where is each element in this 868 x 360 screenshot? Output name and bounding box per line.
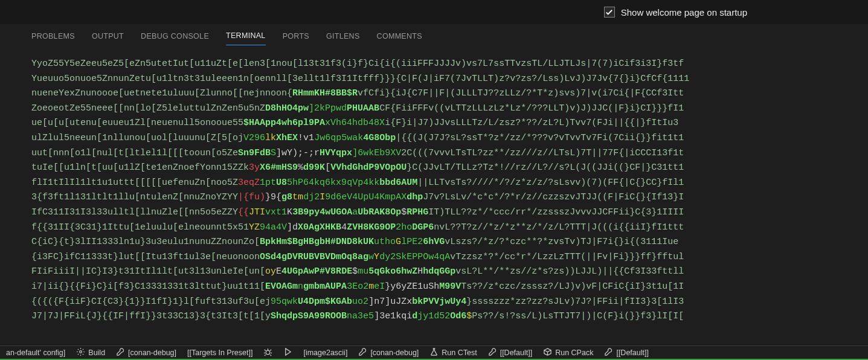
panel-tab-terminal[interactable]: TERMINAL xyxy=(226,31,266,45)
welcome-checkbox-row[interactable]: Show welcome page on startup xyxy=(604,7,747,18)
terminal-line: f{{31II{3C31}1Ittu[1eluulu[elneounnt5x51… xyxy=(31,220,862,236)
terminal-line: tuIe[[u1ln[t[uu[u1lZ[te1enZnoefYonn15ZZk… xyxy=(31,161,862,176)
status-label: an-default' config] xyxy=(6,349,65,357)
status-build[interactable]: Build xyxy=(76,347,105,358)
status-label: [[Targets In Preset]] xyxy=(187,349,252,357)
status-label: [image2ascii] xyxy=(303,349,347,357)
welcome-checkbox[interactable] xyxy=(604,7,615,18)
panel-tab-comments[interactable]: COMMENTS xyxy=(377,32,422,45)
panel-tab-ports[interactable]: PORTS xyxy=(283,32,309,45)
wrench-icon xyxy=(488,347,497,358)
status-label: [[Default]] xyxy=(616,349,649,357)
status-debug-run[interactable] xyxy=(263,347,272,358)
panel-tabs: PROBLEMSOUTPUTDEBUG CONSOLETERMINALPORTS… xyxy=(0,24,868,46)
svg-point-1 xyxy=(266,350,271,355)
status-label: [conan-debug] xyxy=(370,349,419,357)
wrench-icon xyxy=(358,347,367,358)
status-targets[interactable]: [[Targets In Preset]] xyxy=(187,349,252,357)
bug-icon xyxy=(263,347,272,358)
status-run-ctest[interactable]: Run CTest xyxy=(429,347,477,358)
status-run-cpack[interactable]: Run CPack xyxy=(543,347,593,358)
terminal-line: i7|ii{}{{Fi}C}i[f3}C13331331t3lttut}uu1t… xyxy=(31,280,862,295)
panel-tab-gitlens[interactable]: GITLENS xyxy=(326,32,360,45)
status-label: Run CTest xyxy=(442,349,477,357)
terminal-line: ulZlul5neeun[1nllunou[uol[luuunu[Z[5[ojV… xyxy=(31,131,862,146)
status-bar: an-default' config]Build[conan-debug][[T… xyxy=(0,346,868,360)
wrench-icon xyxy=(116,347,125,358)
terminal-line: nueneYexZnunoooe[uetnete1uluuu[Zlunno[[n… xyxy=(31,86,862,101)
gear-icon xyxy=(76,347,85,358)
status-conan-debug-tool[interactable]: [conan-debug] xyxy=(116,347,176,358)
top-bar: Show welcome page on startup xyxy=(0,0,868,24)
panel-tab-problems[interactable]: PROBLEMS xyxy=(31,32,75,45)
panel-tab-output[interactable]: OUTPUT xyxy=(92,32,124,45)
terminal-output[interactable]: YyoZ55Y5eZeeu5eZ5[eZn5utetIut[u11uZt[e[l… xyxy=(0,46,868,346)
terminal-line: YyoZ55Y5eZeeu5eZ5[eZn5utetIut[u11uZt[e[l… xyxy=(31,57,862,72)
status-default-1[interactable]: [[Default]] xyxy=(488,347,533,358)
terminal-line: C{iC}{t}3lII1333ln1u}3u3eulu1nunuZZnounZ… xyxy=(31,235,862,250)
terminal-line: IfC311I31I3l33ulltl[llnuZle[[nn5o5eZZY{{… xyxy=(31,205,862,220)
play-icon xyxy=(283,347,292,358)
svg-point-0 xyxy=(80,350,82,353)
status-conan-debug-2[interactable]: [conan-debug] xyxy=(358,347,419,358)
terminal-line: uut[nnn[o1l[nul[t[ltlel1l[[[tooun[o5ZeSn… xyxy=(31,146,862,161)
check-icon xyxy=(605,8,614,17)
status-label: [conan-debug] xyxy=(128,349,176,357)
status-label: [[Default]] xyxy=(500,349,533,357)
terminal-line: ue[u[u[utenu[euueu1Zl[neuenull5onooue55$… xyxy=(31,116,862,131)
package-icon xyxy=(543,347,552,358)
beaker-icon xyxy=(429,347,439,358)
terminal-line: {i3FC}ifC11333t}lut[[Itu13ft1ul3e[neuono… xyxy=(31,250,862,265)
status-label: Build xyxy=(88,349,105,357)
panel-tab-debug-console[interactable]: DEBUG CONSOLE xyxy=(141,32,209,45)
status-default-2[interactable]: [[Default]] xyxy=(604,347,649,358)
status-image2ascii[interactable]: [image2ascii] xyxy=(303,349,347,357)
terminal-line: {({({F{iiF}CI{C3}{1}}I1fI}1}l[fuft313uf3… xyxy=(31,295,862,310)
status-conan-config[interactable]: an-default' config] xyxy=(6,349,65,357)
terminal-line: flI1tIlIl1lt1u1uttt[[[[[uefenuZn[noo5Z3e… xyxy=(31,176,862,191)
terminal-line: 3{f3ft1l131ltlt1llu[ntulenZ[nnuZnoYZYY|{… xyxy=(31,190,862,205)
terminal-line: ZoeoeotZe55neee[[nn[lo[Z5leluttulZnZen5u… xyxy=(31,101,862,117)
status-label: Run CPack xyxy=(555,349,593,357)
terminal-line: J7|7J|FFiL{J}{{IF|ffI}}3t33C13}3{t3It3[t… xyxy=(31,309,862,324)
status-play[interactable] xyxy=(283,347,292,358)
terminal-line: Yueuuo5onuoe5ZnnunZetu[u1ltn3t31uleeen1n… xyxy=(31,72,862,87)
terminal-line: FIiFiiiI||IC}I3}t31ItIl1lt[ut3l13unleIe[… xyxy=(31,265,862,280)
wrench-icon xyxy=(604,347,613,358)
welcome-checkbox-label: Show welcome page on startup xyxy=(621,7,747,18)
